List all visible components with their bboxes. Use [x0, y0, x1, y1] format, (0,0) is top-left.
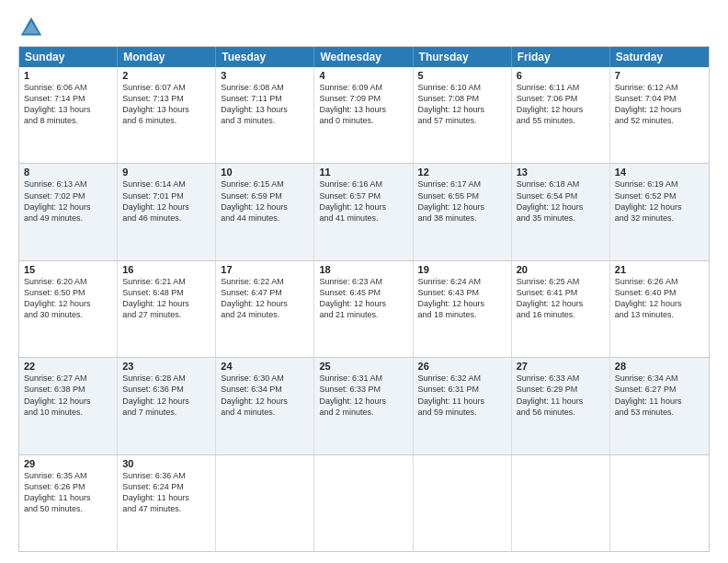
empty-cell [512, 455, 610, 551]
day-cell-20: 20Sunrise: 6:25 AM Sunset: 6:41 PM Dayli… [512, 261, 610, 357]
day-cell-8: 8Sunrise: 6:13 AM Sunset: 7:02 PM Daylig… [19, 164, 118, 259]
day-cell-18: 18Sunrise: 6:23 AM Sunset: 6:45 PM Dayli… [314, 261, 413, 357]
day-cell-6: 6Sunrise: 6:11 AM Sunset: 7:06 PM Daylig… [512, 67, 610, 163]
calendar-page: SundayMondayTuesdayWednesdayThursdayFrid… [0, 0, 728, 563]
day-number: 1 [24, 70, 112, 81]
day-number: 21 [615, 264, 704, 275]
empty-cell [216, 455, 314, 551]
day-cell-10: 10Sunrise: 6:15 AM Sunset: 6:59 PM Dayli… [216, 164, 314, 259]
day-number: 6 [517, 70, 605, 81]
week-row-5: 29Sunrise: 6:35 AM Sunset: 6:26 PM Dayli… [19, 454, 709, 551]
logo [18, 15, 48, 40]
day-number: 23 [122, 361, 210, 372]
day-number: 19 [418, 264, 506, 275]
day-number: 13 [517, 167, 605, 178]
day-number: 4 [319, 70, 407, 81]
week-row-3: 15Sunrise: 6:20 AM Sunset: 6:50 PM Dayli… [19, 260, 709, 357]
day-number: 11 [319, 167, 407, 178]
day-header-saturday: Saturday [610, 47, 709, 67]
day-number: 7 [615, 70, 704, 81]
day-info: Sunrise: 6:28 AM Sunset: 6:36 PM Dayligh… [122, 373, 210, 418]
day-info: Sunrise: 6:36 AM Sunset: 6:24 PM Dayligh… [122, 470, 210, 515]
day-cell-24: 24Sunrise: 6:30 AM Sunset: 6:34 PM Dayli… [216, 358, 314, 454]
day-info: Sunrise: 6:19 AM Sunset: 6:52 PM Dayligh… [615, 178, 704, 224]
day-number: 30 [122, 458, 210, 469]
empty-cell [414, 455, 512, 551]
day-header-sunday: Sunday [19, 47, 118, 67]
day-number: 29 [24, 458, 112, 469]
day-cell-30: 30Sunrise: 6:36 AM Sunset: 6:24 PM Dayli… [118, 455, 216, 551]
calendar: SundayMondayTuesdayWednesdayThursdayFrid… [18, 46, 710, 552]
day-info: Sunrise: 6:09 AM Sunset: 7:09 PM Dayligh… [319, 82, 407, 127]
day-number: 18 [319, 264, 407, 275]
day-number: 25 [319, 361, 407, 372]
day-info: Sunrise: 6:18 AM Sunset: 6:54 PM Dayligh… [517, 178, 605, 224]
day-cell-14: 14Sunrise: 6:19 AM Sunset: 6:52 PM Dayli… [610, 164, 709, 259]
day-info: Sunrise: 6:17 AM Sunset: 6:55 PM Dayligh… [418, 178, 506, 224]
day-info: Sunrise: 6:13 AM Sunset: 7:02 PM Dayligh… [24, 178, 112, 224]
day-info: Sunrise: 6:15 AM Sunset: 6:59 PM Dayligh… [221, 178, 309, 224]
day-info: Sunrise: 6:10 AM Sunset: 7:08 PM Dayligh… [418, 82, 506, 127]
day-info: Sunrise: 6:12 AM Sunset: 7:04 PM Dayligh… [615, 82, 704, 127]
logo-icon [18, 15, 44, 40]
day-cell-15: 15Sunrise: 6:20 AM Sunset: 6:50 PM Dayli… [19, 261, 118, 357]
day-cell-27: 27Sunrise: 6:33 AM Sunset: 6:29 PM Dayli… [512, 358, 610, 454]
day-cell-9: 9Sunrise: 6:14 AM Sunset: 7:01 PM Daylig… [118, 164, 216, 259]
day-cell-22: 22Sunrise: 6:27 AM Sunset: 6:38 PM Dayli… [19, 358, 118, 454]
day-cell-3: 3Sunrise: 6:08 AM Sunset: 7:11 PM Daylig… [216, 67, 314, 163]
day-cell-11: 11Sunrise: 6:16 AM Sunset: 6:57 PM Dayli… [314, 164, 413, 259]
day-info: Sunrise: 6:06 AM Sunset: 7:14 PM Dayligh… [24, 82, 112, 127]
day-number: 9 [122, 167, 210, 178]
day-cell-23: 23Sunrise: 6:28 AM Sunset: 6:36 PM Dayli… [118, 358, 216, 454]
day-headers: SundayMondayTuesdayWednesdayThursdayFrid… [19, 47, 709, 67]
empty-cell: 1Sunrise: 6:06 AM Sunset: 7:14 PM Daylig… [19, 67, 118, 163]
day-header-friday: Friday [512, 47, 610, 67]
day-number: 8 [24, 167, 112, 178]
day-header-monday: Monday [118, 47, 216, 67]
day-info: Sunrise: 6:24 AM Sunset: 6:43 PM Dayligh… [418, 276, 506, 321]
day-info: Sunrise: 6:26 AM Sunset: 6:40 PM Dayligh… [615, 276, 704, 321]
day-number: 2 [122, 70, 210, 81]
day-number: 20 [517, 264, 605, 275]
day-cell-19: 19Sunrise: 6:24 AM Sunset: 6:43 PM Dayli… [414, 261, 512, 357]
day-number: 14 [615, 167, 704, 178]
day-info: Sunrise: 6:21 AM Sunset: 6:48 PM Dayligh… [122, 276, 210, 321]
day-number: 16 [122, 264, 210, 275]
day-cell-25: 25Sunrise: 6:31 AM Sunset: 6:33 PM Dayli… [314, 358, 413, 454]
day-info: Sunrise: 6:32 AM Sunset: 6:31 PM Dayligh… [418, 373, 506, 418]
day-info: Sunrise: 6:20 AM Sunset: 6:50 PM Dayligh… [24, 276, 112, 321]
week-row-1: 1Sunrise: 6:06 AM Sunset: 7:14 PM Daylig… [19, 67, 709, 163]
day-number: 3 [221, 70, 309, 81]
day-cell-13: 13Sunrise: 6:18 AM Sunset: 6:54 PM Dayli… [512, 164, 610, 259]
day-number: 17 [221, 264, 309, 275]
day-number: 12 [418, 167, 506, 178]
day-info: Sunrise: 6:25 AM Sunset: 6:41 PM Dayligh… [517, 276, 605, 321]
empty-cell [314, 455, 413, 551]
day-header-wednesday: Wednesday [314, 47, 413, 67]
day-info: Sunrise: 6:33 AM Sunset: 6:29 PM Dayligh… [517, 373, 605, 418]
day-cell-4: 4Sunrise: 6:09 AM Sunset: 7:09 PM Daylig… [314, 67, 413, 163]
day-header-tuesday: Tuesday [216, 47, 314, 67]
week-row-4: 22Sunrise: 6:27 AM Sunset: 6:38 PM Dayli… [19, 357, 709, 454]
day-number: 27 [517, 361, 605, 372]
day-number: 22 [24, 361, 112, 372]
day-info: Sunrise: 6:35 AM Sunset: 6:26 PM Dayligh… [24, 470, 112, 515]
day-number: 10 [221, 167, 309, 178]
day-number: 15 [24, 264, 112, 275]
day-cell-28: 28Sunrise: 6:34 AM Sunset: 6:27 PM Dayli… [610, 358, 709, 454]
day-info: Sunrise: 6:16 AM Sunset: 6:57 PM Dayligh… [319, 178, 407, 224]
day-cell-7: 7Sunrise: 6:12 AM Sunset: 7:04 PM Daylig… [610, 67, 709, 163]
day-cell-21: 21Sunrise: 6:26 AM Sunset: 6:40 PM Dayli… [610, 261, 709, 357]
calendar-body: 1Sunrise: 6:06 AM Sunset: 7:14 PM Daylig… [19, 67, 709, 551]
day-number: 26 [418, 361, 506, 372]
day-info: Sunrise: 6:14 AM Sunset: 7:01 PM Dayligh… [122, 178, 210, 224]
day-info: Sunrise: 6:31 AM Sunset: 6:33 PM Dayligh… [319, 373, 407, 418]
day-info: Sunrise: 6:23 AM Sunset: 6:45 PM Dayligh… [319, 276, 407, 321]
day-cell-2: 2Sunrise: 6:07 AM Sunset: 7:13 PM Daylig… [118, 67, 216, 163]
week-row-2: 8Sunrise: 6:13 AM Sunset: 7:02 PM Daylig… [19, 163, 709, 259]
day-info: Sunrise: 6:07 AM Sunset: 7:13 PM Dayligh… [122, 82, 210, 127]
day-cell-12: 12Sunrise: 6:17 AM Sunset: 6:55 PM Dayli… [414, 164, 512, 259]
day-header-thursday: Thursday [414, 47, 512, 67]
day-info: Sunrise: 6:30 AM Sunset: 6:34 PM Dayligh… [221, 373, 309, 418]
day-number: 5 [418, 70, 506, 81]
